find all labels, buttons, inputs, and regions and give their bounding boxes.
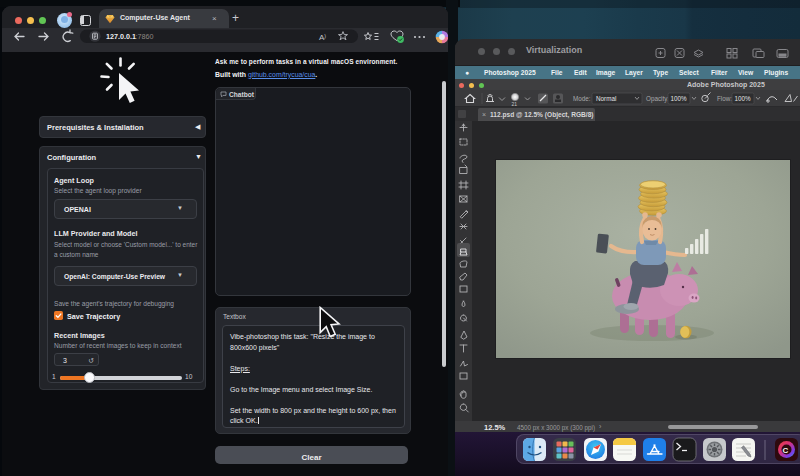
- svg-text:100%: 100%: [735, 95, 752, 102]
- svg-text:100%: 100%: [671, 95, 688, 102]
- svg-text:C: C: [783, 446, 789, 455]
- svg-text:21: 21: [512, 101, 518, 107]
- svg-text:127.0.0.1: 127.0.0.1: [106, 32, 136, 41]
- svg-text:Normal: Normal: [596, 95, 616, 102]
- svg-text:Opacity:: Opacity:: [646, 95, 669, 103]
- svg-text::7860: :7860: [136, 32, 154, 41]
- svg-text:Flow:: Flow:: [717, 95, 732, 102]
- svg-text:Mode:: Mode:: [573, 95, 591, 102]
